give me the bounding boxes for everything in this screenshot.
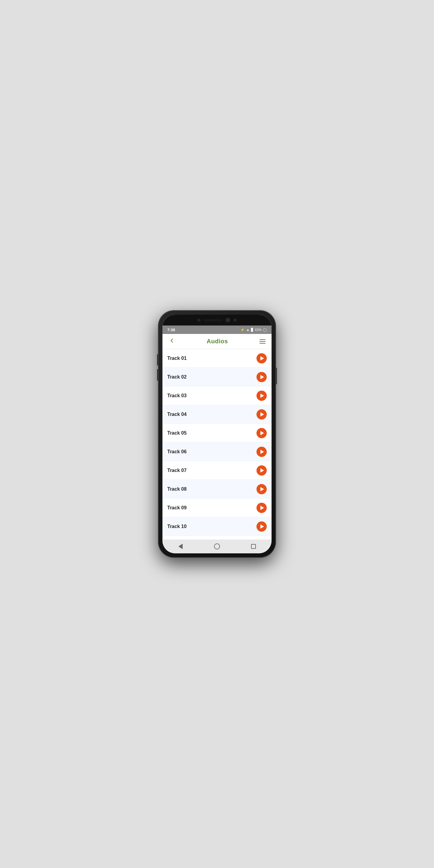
page-title: Audios bbox=[207, 338, 228, 345]
track-list: Track 01Track 02Track 03Track 04Track 05… bbox=[162, 349, 272, 539]
phone-screen: 7:38 ⚡ ▲ ▊ 63% ◯ Audios bbox=[162, 315, 272, 553]
status-bar: 7:38 ⚡ ▲ ▊ 63% ◯ bbox=[162, 326, 272, 334]
status-time: 7:38 bbox=[167, 328, 175, 332]
bluetooth-icon: ⚡ bbox=[241, 328, 245, 332]
wifi-icon: ▲ bbox=[246, 328, 250, 332]
play-button[interactable] bbox=[256, 353, 267, 364]
list-item[interactable]: Track 02 bbox=[162, 368, 272, 386]
battery-level: 63% bbox=[255, 328, 261, 332]
back-nav-icon bbox=[179, 544, 183, 549]
play-button[interactable] bbox=[256, 503, 267, 513]
play-icon bbox=[260, 356, 264, 361]
play-icon bbox=[260, 375, 264, 379]
list-item[interactable]: Track 06 bbox=[162, 442, 272, 461]
track-name: Track 03 bbox=[167, 393, 187, 398]
nav-recent-button[interactable] bbox=[249, 542, 258, 551]
track-name: Track 09 bbox=[167, 505, 187, 510]
navigation-bar bbox=[162, 539, 272, 553]
list-item[interactable]: Track 04 bbox=[162, 405, 272, 424]
nav-home-button[interactable] bbox=[213, 542, 221, 551]
play-button[interactable] bbox=[256, 447, 267, 457]
play-button[interactable] bbox=[256, 409, 267, 420]
camera-bar bbox=[162, 315, 272, 326]
play-icon bbox=[260, 524, 264, 529]
menu-line-2 bbox=[259, 341, 266, 342]
list-item[interactable]: Track 01 bbox=[162, 349, 272, 368]
menu-button[interactable] bbox=[258, 338, 267, 345]
back-button[interactable] bbox=[167, 336, 176, 347]
track-name: Track 10 bbox=[167, 524, 187, 529]
track-name: Track 08 bbox=[167, 487, 187, 492]
play-button[interactable] bbox=[256, 391, 267, 401]
play-button[interactable] bbox=[256, 372, 267, 382]
play-button[interactable] bbox=[256, 521, 267, 532]
vol-down-button bbox=[157, 369, 158, 381]
nav-back-button[interactable] bbox=[176, 542, 185, 551]
battery-icon: ◯ bbox=[263, 328, 267, 332]
list-item[interactable]: Track 08 bbox=[162, 480, 272, 498]
app-header: Audios bbox=[162, 334, 272, 349]
vol-up-button bbox=[157, 354, 158, 366]
recent-nav-icon bbox=[251, 544, 256, 549]
list-item[interactable]: Track 10 bbox=[162, 517, 272, 536]
list-item[interactable]: Track 05 bbox=[162, 424, 272, 442]
list-item[interactable]: Track 07 bbox=[162, 461, 272, 480]
play-icon bbox=[260, 450, 264, 454]
play-button[interactable] bbox=[256, 465, 267, 475]
track-name: Track 02 bbox=[167, 374, 187, 380]
track-name: Track 07 bbox=[167, 468, 187, 473]
front-sensor bbox=[197, 318, 200, 321]
speaker-slot bbox=[204, 319, 222, 321]
menu-line-3 bbox=[259, 343, 266, 344]
front-sensor-2 bbox=[234, 318, 237, 321]
menu-line-1 bbox=[259, 339, 266, 340]
phone-frame: 7:38 ⚡ ▲ ▊ 63% ◯ Audios bbox=[158, 310, 276, 558]
play-icon bbox=[260, 431, 264, 435]
list-item[interactable]: Track 09 bbox=[162, 498, 272, 517]
power-button bbox=[276, 368, 277, 384]
list-item[interactable]: Track 11 bbox=[162, 536, 272, 539]
play-button[interactable] bbox=[256, 428, 267, 438]
selfie-camera bbox=[226, 318, 230, 322]
play-icon bbox=[260, 506, 264, 510]
track-name: Track 05 bbox=[167, 430, 187, 436]
track-name: Track 06 bbox=[167, 449, 187, 455]
play-icon bbox=[260, 412, 264, 416]
play-button[interactable] bbox=[256, 484, 267, 494]
track-name: Track 04 bbox=[167, 412, 187, 417]
track-name: Track 01 bbox=[167, 355, 187, 361]
play-icon bbox=[260, 487, 264, 491]
signal-icon: ▊ bbox=[251, 328, 253, 332]
status-icons: ⚡ ▲ ▊ 63% ◯ bbox=[241, 328, 267, 332]
list-item[interactable]: Track 03 bbox=[162, 386, 272, 405]
home-nav-icon bbox=[214, 544, 220, 550]
play-icon bbox=[260, 394, 264, 398]
play-icon bbox=[260, 468, 264, 472]
